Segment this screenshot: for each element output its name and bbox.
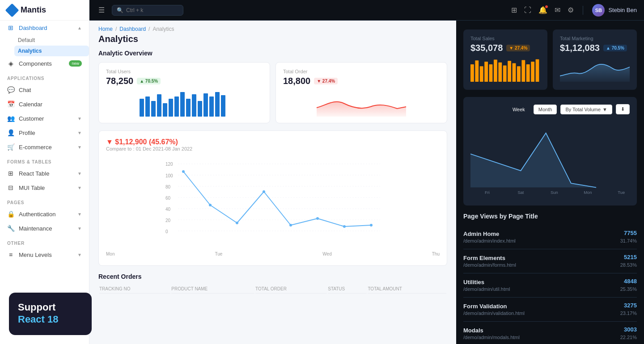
- svg-rect-5: [169, 99, 173, 117]
- sidebar-item-chat[interactable]: 💬 Chat: [0, 83, 89, 97]
- sidebar-item-menu-levels[interactable]: ≡ Menu Levels ▼: [0, 248, 89, 262]
- sidebar-authentication-label: Authentication: [19, 211, 55, 218]
- page-view-path-3: /demo/admin/util.html: [463, 286, 620, 292]
- dashboard-icon: ⊞: [7, 24, 14, 31]
- sidebar-dashboard-sub: Default Analytics: [0, 35, 89, 56]
- customer-icon: 👥: [7, 115, 14, 122]
- sidebar-react-table-label: React Table: [19, 170, 49, 177]
- fullscreen-icon[interactable]: ⛶: [524, 6, 531, 14]
- sidebar-item-ecommerce[interactable]: 🛒 E-commerce ▼: [0, 140, 89, 154]
- dark-income-card: Week Month By Total Volume ▼ ⬇ Fri Sat S…: [463, 97, 637, 206]
- maintenance-icon: 🔧: [7, 225, 14, 232]
- svg-rect-46: [513, 63, 516, 82]
- notification-icon[interactable]: 🔔: [538, 6, 547, 14]
- sidebar-default-label: Default: [18, 37, 35, 43]
- chevron-down-icon-4: ▼: [77, 171, 82, 176]
- svg-rect-3: [157, 94, 161, 117]
- breadcrumb-home[interactable]: Home: [98, 26, 113, 32]
- svg-text:Fri: Fri: [485, 190, 490, 195]
- search-input[interactable]: [126, 7, 171, 13]
- svg-rect-40: [484, 62, 488, 82]
- total-users-chart: [106, 90, 263, 117]
- page-view-count-3: 4848: [620, 278, 637, 285]
- light-panel: Home / Dashboard / Analytics Analytics A…: [89, 21, 456, 344]
- support-subtitle: React 18: [18, 314, 83, 325]
- page-view-item-5: Modals /demo/admin/modals.html 3003 22.2…: [463, 322, 637, 344]
- auth-icon: 🔒: [7, 210, 14, 218]
- svg-rect-44: [503, 66, 507, 82]
- svg-rect-7: [180, 92, 185, 117]
- settings-icon[interactable]: ⚙: [568, 6, 574, 14]
- sidebar-item-calendar[interactable]: 📅 Calendar: [0, 97, 89, 111]
- svg-rect-0: [140, 99, 144, 117]
- components-icon: ◈: [7, 60, 14, 67]
- react-table-icon: ⊞: [7, 170, 14, 177]
- ecommerce-icon: 🛒: [7, 143, 14, 151]
- page-view-item-2: Form Elements /demo/admin/forms.html 521…: [463, 249, 637, 273]
- chevron-down-icon-2: ▼: [77, 130, 82, 135]
- month-button[interactable]: Month: [534, 105, 557, 114]
- svg-rect-37: [470, 64, 474, 82]
- page-view-name-5: Modals: [463, 327, 620, 334]
- recent-orders-section: Recent Orders TRACKING NO PRODUCT NAME T…: [89, 273, 456, 294]
- page-view-count-2: 5215: [620, 254, 637, 260]
- sidebar-item-profile[interactable]: 👤 Profile ▼: [0, 126, 89, 140]
- by-total-volume-button[interactable]: By Total Volume ▼: [560, 105, 612, 114]
- page-view-pct-1: 31.74%: [620, 238, 637, 243]
- breadcrumb-dashboard[interactable]: Dashboard: [119, 26, 146, 32]
- svg-rect-13: [215, 92, 220, 117]
- total-order-chart: [283, 90, 440, 117]
- sidebar-components-label: Components: [19, 60, 52, 67]
- svg-text:Sun: Sun: [551, 190, 558, 195]
- sidebar-item-react-table[interactable]: ⊞ React Table ▼: [0, 166, 89, 180]
- total-sales-label: Total Sales: [470, 36, 540, 41]
- menu-icon: ≡: [7, 251, 14, 258]
- page-view-path-2: /demo/admin/forms.html: [463, 262, 620, 268]
- page-view-pct-5: 22.21%: [620, 335, 637, 340]
- sidebar-maintenance-label: Maintenance: [19, 225, 52, 232]
- topbar-separator: [583, 6, 583, 15]
- week-button[interactable]: Week: [508, 105, 530, 114]
- sidebar-item-maintenance[interactable]: 🔧 Maintenance ▼: [0, 221, 89, 235]
- dark-panel: Total Sales $35,078 ▼ 27.4%: [456, 21, 644, 344]
- sidebar-item-mui-table[interactable]: ⊟ MUI Table ▼: [0, 180, 89, 195]
- svg-rect-43: [498, 63, 502, 82]
- sidebar-menu-levels-label: Menu Levels: [19, 252, 52, 258]
- forms-tables-section-label: Forms & Tables: [0, 154, 89, 166]
- page-view-item-1: Admin Home /demo/admin/index.html 7755 3…: [463, 225, 637, 249]
- sidebar-dashboard-label: Dashboard: [19, 25, 47, 31]
- app-name: Mantis: [21, 5, 46, 15]
- svg-point-34: [316, 217, 319, 220]
- sidebar-item-customer[interactable]: 👥 Customer ▼: [0, 111, 89, 126]
- page-view-name-2: Form Elements: [463, 255, 620, 261]
- download-button[interactable]: ⬇: [616, 104, 630, 114]
- sidebar-item-default[interactable]: Default: [14, 35, 89, 46]
- income-compare: Compare to : 01 Dec 2021-08 Jan 2022: [106, 146, 192, 151]
- total-order-value: 18,800 ▼ 27.4%: [283, 76, 440, 86]
- components-badge: new: [69, 60, 82, 67]
- sidebar-item-components[interactable]: ◈ Components new: [0, 56, 89, 71]
- grid-icon[interactable]: ⊞: [511, 6, 517, 14]
- user-menu[interactable]: SB Stebin Ben: [592, 4, 637, 17]
- orders-table: TRACKING NO PRODUCT NAME TOTAL ORDER STA…: [98, 284, 447, 294]
- main-area: ☰ 🔍 ⊞ ⛶ 🔔 ✉ ⚙ SB Stebin Ben Home /: [89, 0, 644, 344]
- svg-rect-6: [174, 96, 179, 117]
- sidebar-item-dashboard[interactable]: ⊞ Dashboard ▲: [0, 21, 89, 35]
- breadcrumb-current: Analytics: [153, 26, 174, 32]
- page-view-pct-4: 23.17%: [620, 310, 637, 316]
- menu-toggle-button[interactable]: ☰: [97, 4, 106, 16]
- svg-rect-42: [494, 60, 497, 82]
- sidebar-ecommerce-label: E-commerce: [19, 144, 52, 151]
- svg-rect-51: [536, 59, 539, 82]
- sidebar-item-analytics[interactable]: Analytics: [14, 46, 89, 56]
- search-bar[interactable]: 🔍: [112, 5, 183, 16]
- recent-orders-title: Recent Orders: [98, 273, 447, 280]
- page-view-count-5: 3003: [620, 326, 637, 333]
- page-view-item-3: Utilities /demo/admin/util.html 4848 25.…: [463, 273, 637, 298]
- notification-badge: [545, 5, 548, 8]
- sidebar-item-authentication[interactable]: 🔒 Authentication ▼: [0, 207, 89, 221]
- mail-icon[interactable]: ✉: [555, 6, 560, 14]
- total-sales-chart: [470, 57, 540, 84]
- mui-table-icon: ⊟: [7, 184, 14, 191]
- svg-rect-41: [489, 64, 493, 82]
